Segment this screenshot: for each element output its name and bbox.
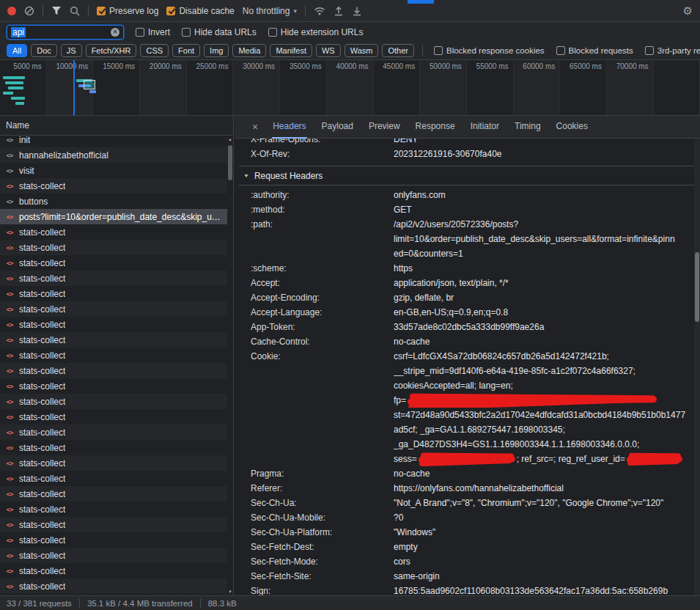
filter-input[interactable]: api ✕: [7, 25, 124, 40]
request-row[interactable]: <>stats-collect: [0, 224, 228, 240]
request-row[interactable]: <>stats-collect: [0, 332, 228, 348]
request-row[interactable]: <>stats-collect: [0, 548, 228, 563]
request-row[interactable]: <>stats-collect: [0, 425, 228, 440]
tab-cookies[interactable]: Cookies: [556, 116, 589, 139]
tab-preview[interactable]: Preview: [368, 116, 401, 139]
request-row[interactable]: <>hannahelizabethofficial: [0, 147, 228, 163]
invert-checkbox[interactable]: Invert: [136, 27, 170, 37]
request-row[interactable]: <>stats-collect: [0, 517, 228, 532]
request-row[interactable]: <>stats-collect: [0, 563, 228, 578]
filter-chip-media[interactable]: Media: [232, 44, 266, 57]
checkbox-box[interactable]: [97, 7, 106, 15]
timeline-segment[interactable]: 5000 ms: [0, 60, 47, 115]
tab-initiator[interactable]: Initiator: [470, 116, 500, 139]
request-row[interactable]: <>stats-collect: [0, 348, 228, 363]
filter-chip-img[interactable]: Img: [204, 44, 229, 57]
request-row[interactable]: <>stats-collect: [0, 486, 228, 501]
clear-filter-icon[interactable]: ✕: [111, 28, 119, 37]
disable-cache-checkbox[interactable]: Disable cache: [166, 6, 234, 16]
timeline-segment[interactable]: 50000 ms: [420, 60, 467, 115]
request-row[interactable]: <>stats-collect: [0, 317, 228, 332]
request-row[interactable]: <>stats-collect: [0, 532, 228, 548]
preserve-log-checkbox[interactable]: Preserve log: [97, 6, 158, 16]
timeline-segment[interactable]: 40000 ms: [327, 60, 374, 115]
3rd-party-requests-checkbox[interactable]: 3rd-party requests: [645, 46, 700, 55]
timeline-segment[interactable]: 25000 ms: [187, 60, 234, 115]
filter-chip-font[interactable]: Font: [172, 44, 200, 57]
timeline-segment[interactable]: 10000 ms: [47, 60, 94, 115]
export-har-icon[interactable]: [352, 6, 362, 16]
request-row[interactable]: <>stats-collect: [0, 286, 228, 301]
blocked-requests-checkbox[interactable]: Blocked requests: [556, 46, 633, 55]
throttling-select[interactable]: No throttling ▾: [243, 6, 297, 16]
timeline-segment[interactable]: 70000 ms: [607, 60, 654, 115]
filter-chip-ws[interactable]: WS: [316, 44, 341, 57]
hide-extension-urls-checkbox[interactable]: Hide extension URLs: [268, 27, 364, 37]
network-conditions-icon[interactable]: [314, 7, 325, 15]
checkbox-box[interactable]: [136, 28, 144, 37]
record-button[interactable]: [7, 7, 16, 15]
settings-gear-icon[interactable]: ⚙: [683, 5, 693, 16]
clear-network-log-icon[interactable]: [24, 6, 34, 16]
request-row[interactable]: <>stats-collect: [0, 455, 228, 471]
filter-chip-fetch-xhr[interactable]: Fetch/XHR: [86, 44, 137, 57]
request-row[interactable]: <>stats-collect: [0, 471, 228, 486]
timeline-segment[interactable]: 65000 ms: [560, 60, 607, 115]
checkbox-box[interactable]: [166, 7, 175, 15]
checkbox-box[interactable]: [556, 46, 565, 55]
scrollbar-thumb[interactable]: [228, 145, 232, 180]
tab-timing[interactable]: Timing: [514, 116, 542, 139]
filter-chip-doc[interactable]: Doc: [31, 44, 57, 57]
scroll-down-icon[interactable]: ▼: [227, 589, 233, 594]
disclosure-triangle-icon[interactable]: ▼: [243, 172, 249, 178]
request-row[interactable]: <>stats-collect: [0, 578, 228, 594]
filter-chip-other[interactable]: Other: [382, 44, 414, 57]
request-row[interactable]: <>init: [0, 132, 228, 147]
request-list-scrollbar[interactable]: ▲ ▼: [227, 136, 233, 595]
timeline-segment[interactable]: 20000 ms: [140, 60, 187, 115]
details-scrollbar[interactable]: [694, 139, 700, 595]
checkbox-box[interactable]: [434, 46, 443, 55]
timeline-segment[interactable]: 30000 ms: [233, 60, 280, 115]
request-row[interactable]: <>stats-collect: [0, 378, 228, 394]
timeline-segment[interactable]: 15000 ms: [93, 60, 140, 115]
request-row[interactable]: <>buttons: [0, 194, 228, 209]
request-row[interactable]: <>stats-collect: [0, 394, 228, 409]
tab-response[interactable]: Response: [415, 116, 456, 139]
request-row[interactable]: <>posts?limit=10&order=publish_date_desc…: [0, 209, 228, 224]
filter-icon[interactable]: [51, 6, 62, 15]
request-row[interactable]: <>stats-collect: [0, 178, 228, 194]
blocked-response-cookies-checkbox[interactable]: Blocked response cookies: [434, 46, 545, 55]
request-row[interactable]: <>stats-collect: [0, 255, 228, 271]
timeline-segment[interactable]: 60000 ms: [514, 60, 561, 115]
request-row[interactable]: <>stats-collect: [0, 409, 228, 425]
request-row[interactable]: <>stats-collect: [0, 363, 228, 378]
filter-chip-all[interactable]: All: [7, 44, 27, 57]
tab-payload[interactable]: Payload: [321, 116, 354, 139]
request-row[interactable]: <>stats-collect: [0, 301, 228, 317]
request-headers-section[interactable]: ▼ Request Headers: [239, 166, 694, 185]
filter-chip-css[interactable]: CSS: [140, 44, 169, 57]
checkbox-box[interactable]: [268, 28, 277, 37]
search-icon[interactable]: [70, 6, 80, 16]
timeline-overview[interactable]: 5000 ms10000 ms15000 ms20000 ms25000 ms3…: [0, 60, 700, 116]
scrollbar-thumb[interactable]: [695, 252, 699, 322]
import-har-icon[interactable]: [334, 6, 344, 16]
scroll-up-icon[interactable]: ▲: [227, 137, 233, 142]
checkbox-box[interactable]: [182, 28, 191, 37]
filter-chip-wasm[interactable]: Wasm: [345, 44, 379, 57]
timeline-segment[interactable]: 45000 ms: [374, 60, 421, 115]
timeline-segment[interactable]: [654, 60, 700, 115]
checkbox-box[interactable]: [645, 46, 654, 55]
filter-chip-js[interactable]: JS: [61, 44, 82, 57]
request-row[interactable]: <>stats-collect: [0, 240, 228, 255]
timeline-segment[interactable]: 35000 ms: [280, 60, 327, 115]
request-row[interactable]: <>stats-collect: [0, 271, 228, 286]
request-row[interactable]: <>visit: [0, 163, 228, 178]
hide-data-urls-checkbox[interactable]: Hide data URLs: [182, 27, 257, 37]
tab-headers[interactable]: Headers: [272, 116, 306, 139]
request-row[interactable]: <>stats-collect: [0, 440, 228, 455]
filter-chip-manifest[interactable]: Manifest: [270, 44, 312, 57]
timeline-segment[interactable]: 55000 ms: [467, 60, 514, 115]
close-icon[interactable]: ×: [252, 122, 258, 132]
